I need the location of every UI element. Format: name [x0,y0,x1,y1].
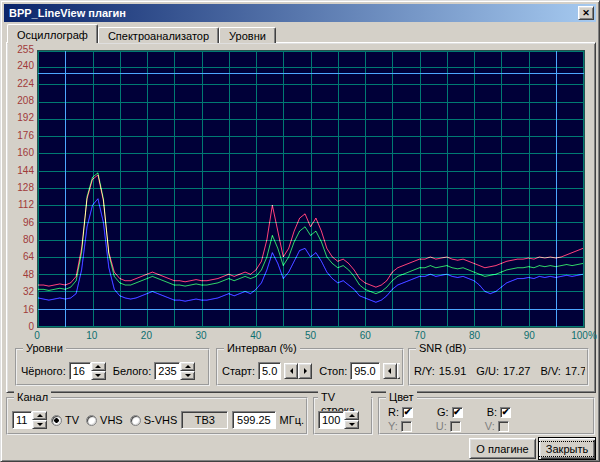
checkbox-label: R: [388,406,399,418]
checkbox-checked-icon[interactable]: ✔ [402,407,413,418]
spin-up-button[interactable] [344,411,359,420]
spin-down-button[interactable] [344,420,359,429]
stop-value-field[interactable]: 95.0 [350,362,379,380]
tab-spectrum-analyzer[interactable]: Спектроанализатор [98,27,219,43]
scroll-right-button[interactable] [397,363,400,379]
radio-vhs[interactable]: VHS [86,414,123,426]
spin-up-button[interactable] [91,362,106,371]
x-tick-label: 0 [34,330,40,341]
start-scrollbar[interactable] [284,363,312,379]
arrow-down-icon [185,374,191,377]
checkbox-label: G: [437,406,449,418]
checkbox-unchecked-icon[interactable] [498,421,509,432]
radio-label: S-VHS [144,414,178,426]
spin-up-button[interactable] [180,362,195,371]
y-tick-label: 112 [9,200,34,210]
black-level-stepper[interactable]: 16 [69,362,106,380]
levels-group-title: Уровни [23,342,66,355]
x-axis-labels: 0102030405060708090100% [37,330,585,343]
frequency-unit-label: МГц. [280,414,304,426]
close-icon[interactable]: ✕ [578,6,594,20]
color-groupbox: Цвет R:✔G:✔B:✔ Y:U:V: [378,397,595,435]
scroll-right-button[interactable] [298,363,312,379]
checkbox-unchecked-icon[interactable] [401,421,412,432]
arrow-down-icon [95,374,101,377]
frequency-field[interactable]: 599.25 [232,411,275,429]
checkbox-b[interactable]: B:✔ [487,406,511,418]
scroll-left-button[interactable] [383,363,397,379]
white-level-value[interactable]: 235 [154,362,180,380]
stop-label: Стоп: [319,365,347,377]
channel-name-field[interactable]: ТВ3 [181,411,228,429]
y-tick-label: 176 [9,131,34,141]
stop-scrollbar[interactable] [383,363,400,379]
arrow-up-icon [349,414,355,417]
spin-down-button[interactable] [91,371,106,380]
x-tick-label: 70 [414,330,425,341]
y-tick-label: 16 [9,305,34,315]
tab-levels[interactable]: Уровни [219,27,276,43]
white-level-label: Белого: [113,365,152,377]
checkbox-checked-icon[interactable]: ✔ [500,407,511,418]
x-tick-label: 20 [141,330,152,341]
black-level-value[interactable]: 16 [69,362,91,380]
spin-down-button[interactable] [180,371,195,380]
snr-groupbox: SNR (dB) R/Y: 15.91 G/U: 17.27 B/V: 17.7… [408,348,589,386]
source-radio-group: TVVHSS-VHS [51,414,177,426]
checkbox-g[interactable]: G:✔ [437,406,463,418]
titlebar[interactable]: BPP_LineView плагин ✕ [4,4,596,22]
x-tick-label: 90 [524,330,535,341]
white-level-stepper[interactable]: 235 [154,362,195,380]
spin-up-button[interactable] [32,411,47,420]
radio-circle-icon[interactable] [86,415,97,426]
snr-group-title: SNR (dB) [416,342,469,355]
radio-circle-icon[interactable] [51,415,62,426]
black-level-label: Чёрного: [21,365,66,377]
close-button-label: Закрыть [538,441,596,457]
snr-bv-value: 17.79 [565,365,585,377]
y-tick-label: 80 [9,235,34,245]
oscilloscope-canvas [38,51,584,327]
checkbox-y[interactable]: Y: [388,420,412,432]
arrow-right-icon [304,368,307,374]
checkbox-r[interactable]: R:✔ [388,406,413,418]
checkbox-checked-icon[interactable]: ✔ [452,407,463,418]
about-plugin-button-label: О плагине [476,443,528,455]
snr-ry-label: R/Y: [414,365,435,377]
y-tick-label: 0 [9,322,34,332]
channel-group-title: Канал [14,391,51,404]
channel-stepper[interactable]: 11 [12,411,47,429]
arrow-up-icon [37,414,43,417]
y-tick-label: 240 [9,61,34,71]
radio-tv[interactable]: TV [51,414,79,426]
checkbox-label: U: [436,420,447,432]
arrow-left-icon [388,368,391,374]
y-tick-label: 128 [9,183,34,193]
y-tick-label: 208 [9,96,34,106]
tv-line-stepper[interactable]: 100 [318,411,359,429]
checkbox-label: Y: [388,420,398,432]
channel-value[interactable]: 11 [12,411,32,429]
snr-gu-value: 17.27 [503,365,531,377]
checkbox-v[interactable]: V: [485,420,509,432]
tab-strip: Осциллограф Спектроанализатор Уровни [7,24,276,43]
start-value-field[interactable]: 5.0 [258,362,281,380]
tab-oscilloscope[interactable]: Осциллограф [7,24,98,43]
y-tick-label: 48 [9,270,34,280]
spin-down-button[interactable] [32,420,47,429]
color-checkbox-row-rgb: R:✔G:✔B:✔ [388,406,511,418]
radio-circle-icon[interactable] [130,415,141,426]
tv-line-value[interactable]: 100 [318,411,344,429]
tv-line-groupbox: TV строка 100 [313,397,373,435]
about-plugin-button[interactable]: О плагине [469,438,536,459]
radio-svhs[interactable]: S-VHS [130,414,178,426]
close-button[interactable]: Закрыть [538,437,596,460]
checkbox-unchecked-icon[interactable] [450,421,461,432]
checkbox-label: V: [485,420,495,432]
x-tick-label: 40 [250,330,261,341]
arrow-up-icon [95,365,101,368]
y-tick-label: 255 [9,45,34,55]
checkbox-u[interactable]: U: [436,420,461,432]
scroll-left-button[interactable] [284,363,298,379]
arrow-down-icon [37,423,43,426]
